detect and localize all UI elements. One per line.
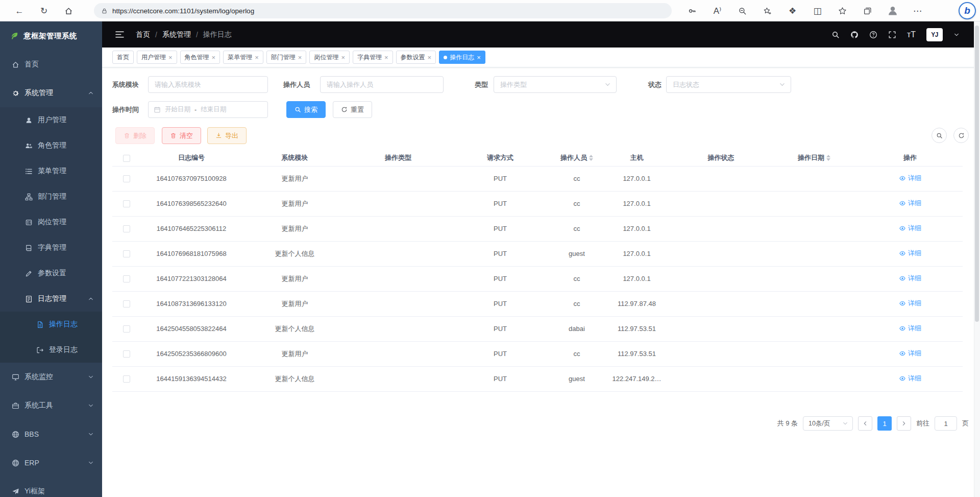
refresh-icon[interactable]: ↻ (32, 0, 56, 21)
tab-岗位管理[interactable]: 岗位管理× (309, 51, 350, 64)
delete-button[interactable]: 删除 (115, 127, 155, 144)
close-icon[interactable]: × (298, 54, 302, 61)
type-select[interactable]: 操作类型 (494, 76, 617, 93)
search-icon[interactable] (932, 128, 947, 143)
back-icon[interactable]: ← (7, 0, 32, 21)
row-checkbox[interactable] (123, 275, 130, 282)
close-icon[interactable]: × (477, 54, 481, 61)
github-icon[interactable] (850, 31, 859, 39)
detail-link[interactable]: 详细 (899, 224, 921, 233)
split-screen-icon[interactable]: ◫ (805, 0, 830, 21)
page-number-1[interactable]: 1 (877, 416, 892, 431)
column-header[interactable]: 操作日期 (771, 150, 857, 166)
export-button[interactable]: 导出 (207, 127, 247, 144)
sort-caret-icon[interactable] (589, 155, 593, 161)
breadcrumb-item[interactable]: 首页 (136, 30, 150, 39)
search-button[interactable]: 搜索 (286, 101, 326, 118)
row-checkbox[interactable] (123, 200, 130, 207)
detail-link[interactable]: 详细 (899, 274, 921, 283)
next-page-button[interactable] (897, 416, 911, 431)
font-size-icon[interactable]: тT (907, 31, 916, 39)
detail-link[interactable]: 详细 (899, 174, 921, 183)
goto-page-input[interactable] (935, 416, 957, 431)
close-icon[interactable]: × (255, 54, 259, 61)
sidebar-item-user[interactable]: 用户管理 (0, 107, 102, 133)
module-input[interactable] (148, 76, 268, 93)
sidebar-item-system[interactable]: 系统管理 (0, 79, 102, 107)
sidebar-item-dept[interactable]: 部门管理 (0, 184, 102, 209)
page-size-select[interactable]: 10条/页 (803, 416, 853, 431)
zoom-out-icon[interactable] (730, 0, 755, 21)
operator-input[interactable] (320, 76, 444, 93)
sidebar-item-monitor[interactable]: 系统监控 (0, 363, 102, 391)
prev-page-button[interactable] (858, 416, 872, 431)
sidebar-item-tools[interactable]: 系统工具 (0, 391, 102, 420)
tab-字典管理[interactable]: 字典管理× (353, 51, 393, 64)
row-checkbox[interactable] (123, 250, 130, 257)
tab-用户管理[interactable]: 用户管理× (137, 51, 177, 64)
sidebar-item-erp[interactable]: ERP (0, 448, 102, 477)
row-checkbox[interactable] (123, 350, 130, 358)
chevron-down-icon[interactable] (953, 32, 960, 38)
detail-link[interactable]: 详细 (899, 349, 921, 358)
sidebar-item-role[interactable]: 角色管理 (0, 133, 102, 158)
refresh-icon[interactable] (953, 128, 969, 143)
sidebar-item-loginlog[interactable]: 登录日志 (0, 337, 102, 363)
detail-link[interactable]: 详细 (899, 374, 921, 383)
collections-icon[interactable] (855, 0, 880, 21)
tab-参数设置[interactable]: 参数设置× (396, 51, 436, 64)
sidebar-item-post[interactable]: 岗位管理 (0, 209, 102, 235)
row-checkbox[interactable] (123, 375, 130, 383)
close-icon[interactable]: × (428, 54, 432, 61)
tab-操作日志[interactable]: 操作日志× (439, 51, 485, 64)
row-checkbox[interactable] (123, 325, 130, 333)
column-header[interactable]: 操作人员 (551, 150, 602, 166)
sidebar-item-operlog[interactable]: 操作日志 (0, 312, 102, 337)
sidebar-item-param[interactable]: 参数设置 (0, 261, 102, 286)
breadcrumb-item[interactable]: 系统管理 (162, 30, 191, 39)
tab-角色管理[interactable]: 角色管理× (180, 51, 220, 64)
sort-caret-icon[interactable] (826, 155, 830, 161)
tab-菜单管理[interactable]: 菜单管理× (223, 51, 263, 64)
search-icon[interactable] (831, 31, 840, 39)
sidebar-item-dict[interactable]: 字典管理 (0, 235, 102, 261)
status-select[interactable]: 日志状态 (666, 76, 791, 93)
favorites-icon[interactable] (830, 0, 855, 21)
sidebar-item-home[interactable]: 首页 (0, 50, 102, 79)
close-icon[interactable]: × (168, 54, 173, 61)
detail-link[interactable]: 详细 (899, 299, 921, 308)
close-icon[interactable]: × (212, 54, 216, 61)
address-bar[interactable]: https://ccnetcore.com:1101/system/log/op… (94, 3, 672, 18)
sidebar-item-menu[interactable]: 菜单管理 (0, 158, 102, 184)
reset-button[interactable]: 重置 (333, 101, 372, 118)
bing-icon[interactable]: b (959, 2, 976, 19)
detail-link[interactable]: 详细 (899, 199, 921, 208)
detail-link[interactable]: 详细 (899, 324, 921, 333)
help-icon[interactable] (869, 31, 877, 39)
row-checkbox[interactable] (123, 300, 130, 307)
favorite-add-icon[interactable] (755, 0, 780, 21)
detail-link[interactable]: 详细 (899, 249, 921, 258)
user-avatar[interactable]: YJ (926, 28, 943, 41)
more-icon[interactable]: ⋯ (905, 0, 930, 21)
close-icon[interactable]: × (384, 54, 388, 61)
tab-部门管理[interactable]: 部门管理× (266, 51, 307, 64)
tab-首页[interactable]: 首页 (112, 51, 134, 64)
profile-icon[interactable] (880, 0, 905, 21)
date-range-input[interactable]: 开始日期 - 结束日期 (148, 101, 268, 118)
sidebar-item-bbs[interactable]: BBS (0, 420, 102, 448)
row-checkbox[interactable] (123, 225, 130, 232)
close-icon[interactable]: × (341, 54, 345, 61)
page-scrollbar[interactable] (974, 21, 980, 497)
select-all-checkbox[interactable] (123, 155, 130, 162)
clear-button[interactable]: 清空 (162, 127, 201, 144)
key-icon[interactable] (680, 0, 705, 21)
read-aloud-icon[interactable]: A⁾ (705, 0, 730, 21)
row-checkbox[interactable] (123, 175, 130, 182)
hamburger-icon[interactable] (115, 30, 125, 39)
sidebar-item-yi[interactable]: Yi框架 (0, 477, 102, 497)
extensions-icon[interactable]: ❖ (780, 0, 805, 21)
scrollbar-thumb[interactable] (975, 26, 979, 322)
fullscreen-icon[interactable] (888, 31, 896, 39)
sidebar-item-log[interactable]: 日志管理 (0, 286, 102, 312)
